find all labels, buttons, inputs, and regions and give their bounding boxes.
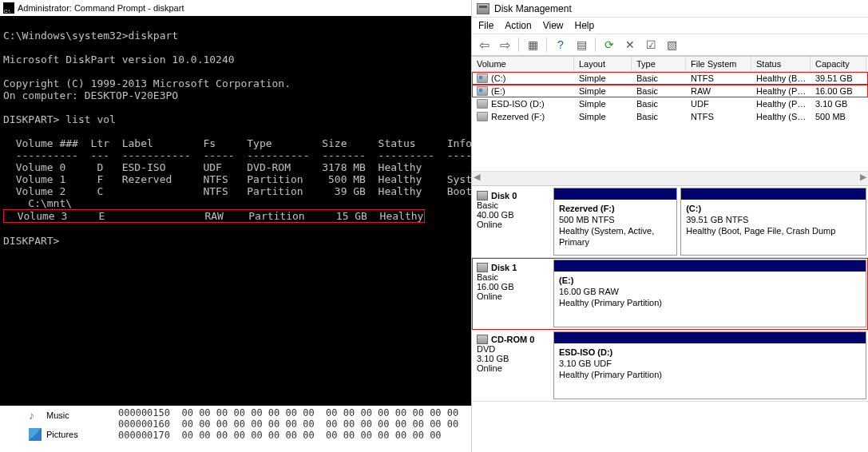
toolbar-separator bbox=[518, 38, 519, 52]
nav-label: Pictures bbox=[46, 430, 78, 439]
delete-button[interactable]: ✕ bbox=[621, 36, 639, 54]
partition-info: (C:)39.51 GB NTFSHealthy (Boot, Page Fil… bbox=[681, 200, 866, 255]
vol-layout: Simple bbox=[574, 97, 632, 110]
dm-volume-list[interactable]: Volume Layout Type File System Status Ca… bbox=[472, 56, 868, 185]
volume-row[interactable]: (E:)SimpleBasicRAWHealthy (P…16.00 GB bbox=[472, 85, 868, 97]
cmd-line: On computer: DESKTOP-V20E3PO bbox=[3, 89, 178, 101]
disk-mgmt-icon bbox=[477, 3, 489, 14]
col-type[interactable]: Type bbox=[632, 57, 686, 72]
partition-info: Rezerved (F:)500 MB NTFSHealthy (System,… bbox=[554, 200, 676, 255]
terminal-icon bbox=[3, 2, 14, 14]
disk-type: Basic bbox=[477, 272, 550, 282]
partition-status: Healthy (System, Active, Primary bbox=[559, 225, 672, 248]
toolbar-separator bbox=[546, 38, 547, 52]
volume-row[interactable]: (C:)SimpleBasicNTFSHealthy (B…39.51 GB bbox=[472, 72, 868, 85]
dm-menubar: File Action View Help bbox=[472, 18, 868, 34]
back-button[interactable]: ⇦ bbox=[475, 36, 493, 54]
volume-icon bbox=[477, 99, 488, 109]
volume-icon bbox=[477, 73, 488, 83]
vol-type: Basic bbox=[632, 110, 686, 123]
partition-stripe bbox=[554, 188, 676, 200]
cmd-line: Volume 0 D ESD-ISO UDF DVD-ROM 3178 MB H… bbox=[3, 161, 422, 173]
disk-size: 3.10 GB bbox=[477, 354, 550, 363]
vol-name: ESD-ISO (D:) bbox=[491, 99, 545, 109]
dm-column-headers: Volume Layout Type File System Status Ca… bbox=[472, 57, 868, 72]
vol-type: Basic bbox=[632, 85, 686, 97]
show-hide-tree-button[interactable]: ▦ bbox=[524, 36, 541, 54]
cmd-line: Volume 2 C NTFS Partition 39 GB Healthy … bbox=[3, 185, 472, 197]
menu-action[interactable]: Action bbox=[505, 20, 531, 31]
col-layout[interactable]: Layout bbox=[574, 57, 632, 72]
partition-info: ESD-ISO (D:)3.10 GB UDFHealthy (Primary … bbox=[554, 343, 866, 398]
dm-title: Disk Management bbox=[494, 3, 572, 14]
disk-icon bbox=[477, 263, 488, 272]
disk-header: Disk 0Basic40.00 GBOnline bbox=[474, 188, 553, 256]
cmd-line: Volume ### Ltr Label Fs Type Size Status… bbox=[3, 137, 472, 149]
partition-status: Healthy (Primary Partition) bbox=[559, 297, 861, 308]
partition-box[interactable]: ESD-ISO (D:)3.10 GB UDFHealthy (Primary … bbox=[553, 331, 866, 399]
hex-dump: 000000150 00 00 00 00 00 00 00 00 00 00 … bbox=[110, 406, 458, 452]
command-prompt-window[interactable]: Administrator: Command Prompt - diskpart… bbox=[0, 0, 495, 406]
partition-box[interactable]: Rezerved (F:)500 MB NTFSHealthy (System,… bbox=[553, 188, 677, 256]
volume-icon bbox=[477, 112, 488, 121]
cmd-prompt[interactable]: DISKPART> bbox=[3, 235, 59, 247]
vol-filesystem: NTFS bbox=[686, 72, 751, 85]
disk-row[interactable]: CD-ROM 0DVD3.10 GBOnlineESD-ISO (D:)3.10… bbox=[472, 330, 868, 402]
partition-label: ESD-ISO (D:) bbox=[559, 347, 861, 358]
partition-stripe bbox=[554, 260, 866, 272]
cmd-title: Administrator: Command Prompt - diskpart bbox=[18, 0, 184, 16]
disk-row[interactable]: Disk 1Basic16.00 GBOnline(E:)16.00 GB RA… bbox=[472, 258, 868, 330]
volume-row[interactable]: Rezerved (F:)SimpleBasicNTFSHealthy (S…5… bbox=[472, 110, 868, 123]
disk-partitions: Rezerved (F:)500 MB NTFSHealthy (System,… bbox=[553, 188, 866, 256]
pictures-icon bbox=[29, 428, 42, 441]
volume-row[interactable]: ESD-ISO (D:)SimpleBasicUDFHealthy (P…3.1… bbox=[472, 97, 868, 110]
disk-row[interactable]: Disk 0Basic40.00 GBOnlineRezerved (F:)50… bbox=[472, 186, 868, 258]
partition-box[interactable]: (E:)16.00 GB RAWHealthy (Primary Partiti… bbox=[553, 260, 866, 327]
dm-disk-graph[interactable]: Disk 0Basic40.00 GBOnlineRezerved (F:)50… bbox=[472, 185, 868, 402]
vol-name: (C:) bbox=[491, 73, 505, 83]
cmd-line: C:\mnt\ bbox=[3, 197, 72, 209]
col-capacity[interactable]: Capacity bbox=[811, 57, 866, 72]
menu-view[interactable]: View bbox=[543, 20, 564, 31]
col-filesystem[interactable]: File System bbox=[686, 57, 751, 72]
explorer-fragment: ♪ Music Pictures 000000150 00 00 00 00 0… bbox=[14, 406, 470, 452]
forward-button[interactable]: ⇨ bbox=[496, 36, 513, 54]
disk-partitions: ESD-ISO (D:)3.10 GB UDFHealthy (Primary … bbox=[553, 331, 866, 399]
vol-layout: Simple bbox=[574, 85, 632, 97]
partition-label: (E:) bbox=[559, 275, 861, 286]
refresh-button[interactable]: ⟳ bbox=[600, 36, 618, 54]
nav-label: Music bbox=[46, 410, 69, 420]
music-icon: ♪ bbox=[29, 409, 42, 422]
col-volume[interactable]: Volume bbox=[472, 57, 574, 72]
cmd-line: Copyright (C) 1999-2013 Microsoft Corpor… bbox=[3, 77, 291, 89]
partition-size: 16.00 GB RAW bbox=[559, 286, 861, 297]
partition-size: 500 MB NTFS bbox=[559, 214, 672, 225]
partition-info: (E:)16.00 GB RAWHealthy (Primary Partiti… bbox=[554, 272, 866, 327]
horizontal-scrollbar[interactable]: ◀▶ bbox=[472, 171, 868, 185]
settings-button[interactable]: ☑ bbox=[642, 36, 660, 54]
vol-type: Basic bbox=[632, 72, 686, 85]
disk-name: Disk 0 bbox=[491, 191, 517, 200]
disk-icon bbox=[477, 335, 488, 344]
partition-stripe bbox=[681, 188, 866, 200]
partition-status: Healthy (Boot, Page File, Crash Dump bbox=[686, 225, 861, 236]
nav-pane: ♪ Music Pictures bbox=[14, 406, 110, 452]
cmd-output[interactable]: C:\Windows\system32>diskpart Microsoft D… bbox=[0, 16, 495, 260]
vol-filesystem: RAW bbox=[686, 85, 751, 97]
nav-pictures[interactable]: Pictures bbox=[29, 428, 110, 441]
properties-button[interactable]: ▤ bbox=[573, 36, 590, 54]
partition-box[interactable]: (C:)39.51 GB NTFSHealthy (Boot, Page Fil… bbox=[680, 188, 866, 256]
nav-music[interactable]: ♪ Music bbox=[29, 409, 110, 422]
disk-size: 16.00 GB bbox=[477, 282, 550, 291]
menu-help[interactable]: Help bbox=[575, 20, 595, 31]
help-button[interactable]: ? bbox=[552, 36, 569, 54]
options-button[interactable]: ▧ bbox=[663, 36, 680, 54]
disk-name: Disk 1 bbox=[491, 263, 517, 272]
vol-layout: Simple bbox=[574, 72, 632, 85]
disk-management-window[interactable]: Disk Management File Action View Help ⇦ … bbox=[471, 0, 868, 452]
menu-file[interactable]: File bbox=[478, 20, 493, 31]
disk-partitions: (E:)16.00 GB RAWHealthy (Primary Partiti… bbox=[553, 260, 866, 327]
hex-line: 000000170 00 00 00 00 00 00 00 00 00 00 … bbox=[118, 430, 442, 441]
col-status[interactable]: Status bbox=[751, 57, 811, 72]
partition-status: Healthy (Primary Partition) bbox=[559, 369, 861, 380]
